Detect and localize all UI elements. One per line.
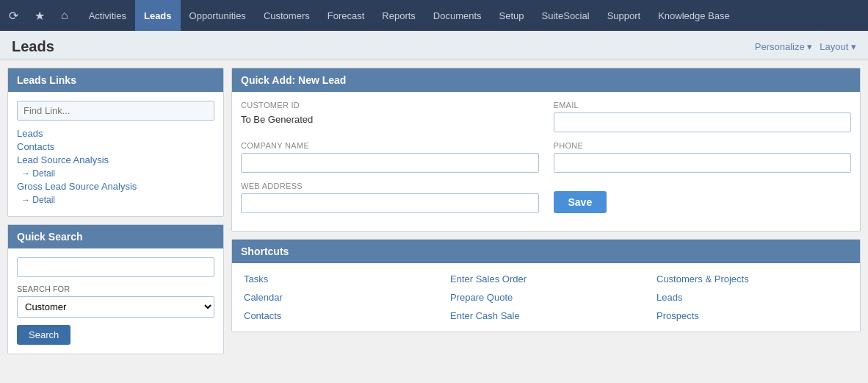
quick-add-panel-body: CUSTOMER ID To Be Generated EMAIL COMPAN… <box>232 92 860 231</box>
quick-add-panel: Quick Add: New Lead CUSTOMER ID To Be Ge… <box>231 68 861 232</box>
nav-item-opportunities[interactable]: Opportunities <box>181 0 255 31</box>
nav-item-customers[interactable]: Customers <box>255 0 319 31</box>
search-for-dropdown[interactable]: Customer Lead Contact Prospect <box>17 296 214 318</box>
page-header: Leads Personalize ▾ Layout ▾ <box>0 31 868 60</box>
gross-lead-source-detail-link[interactable]: → Detail <box>21 195 55 205</box>
company-name-group: COMPANY NAME <box>241 141 539 173</box>
quick-search-panel-header: Quick Search <box>8 225 223 248</box>
contacts-link[interactable]: Contacts <box>17 141 54 152</box>
web-address-input[interactable] <box>241 193 539 213</box>
save-group: Save <box>554 191 852 213</box>
customer-id-group: CUSTOMER ID To Be Generated <box>241 101 539 132</box>
form-row-3: WEB ADDRESS Save <box>241 182 851 213</box>
leads-link[interactable]: Leads <box>17 128 43 139</box>
leads-links-panel-body: Leads Contacts Lead Source Analysis → De… <box>8 92 223 216</box>
search-button[interactable]: Search <box>17 325 70 345</box>
phone-group: PHONE <box>554 141 852 173</box>
list-item: → Detail <box>17 194 214 205</box>
personalize-button[interactable]: Personalize ▾ <box>755 41 813 52</box>
nav-item-forecast[interactable]: Forecast <box>319 0 374 31</box>
quick-search-panel: Quick Search SEARCH FOR Customer Lead Co… <box>7 224 224 354</box>
nav-item-knowledge-base[interactable]: Knowledge Base <box>649 0 739 31</box>
shortcut-enter-cash-sale[interactable]: Enter Cash Sale <box>450 310 642 321</box>
customer-id-label: CUSTOMER ID <box>241 101 539 110</box>
nav-item-activities[interactable]: Activities <box>80 0 135 31</box>
header-actions: Personalize ▾ Layout ▾ <box>755 41 856 52</box>
shortcut-tasks[interactable]: Tasks <box>244 273 435 284</box>
list-item: Leads <box>17 128 214 139</box>
company-name-label: COMPANY NAME <box>241 141 539 150</box>
shortcuts-panel-header: Shortcuts <box>232 240 860 263</box>
shortcut-prospects[interactable]: Prospects <box>657 310 848 321</box>
shortcuts-panel: Shortcuts Tasks Enter Sales Order Custom… <box>231 239 861 332</box>
form-row-2: COMPANY NAME PHONE <box>241 141 851 173</box>
list-item: Lead Source Analysis <box>17 154 214 165</box>
company-name-input[interactable] <box>241 153 539 173</box>
customer-id-value: To Be Generated <box>241 112 539 126</box>
phone-input[interactable] <box>554 153 852 173</box>
email-label: EMAIL <box>554 101 852 110</box>
email-group: EMAIL <box>554 101 852 132</box>
nav-item-leads[interactable]: Leads <box>135 0 181 31</box>
history-icon[interactable]: ⟳ <box>4 6 23 26</box>
shortcut-contacts[interactable]: Contacts <box>244 310 435 321</box>
list-item: Gross Lead Source Analysis <box>17 181 214 192</box>
right-column: Quick Add: New Lead CUSTOMER ID To Be Ge… <box>231 68 861 332</box>
list-item: → Detail <box>17 168 214 179</box>
find-link-input[interactable] <box>17 101 214 121</box>
quick-add-panel-header: Quick Add: New Lead <box>232 68 860 92</box>
search-for-label: SEARCH FOR <box>17 284 214 293</box>
form-row-1: CUSTOMER ID To Be Generated EMAIL <box>241 101 851 132</box>
lead-source-analysis-link[interactable]: Lead Source Analysis <box>17 154 109 165</box>
email-input[interactable] <box>554 112 852 132</box>
phone-label: PHONE <box>554 141 852 150</box>
main-content: Leads Links Leads Contacts Lead Source A… <box>0 60 868 362</box>
shortcut-enter-sales-order[interactable]: Enter Sales Order <box>450 273 642 284</box>
quick-search-panel-body: SEARCH FOR Customer Lead Contact Prospec… <box>8 248 223 354</box>
gross-lead-source-analysis-link[interactable]: Gross Lead Source Analysis <box>17 181 137 192</box>
layout-button[interactable]: Layout ▾ <box>820 41 856 52</box>
top-navigation: ⟳ ★ ⌂ Activities Leads Opportunities Cus… <box>0 0 868 31</box>
leads-links-panel: Leads Links Leads Contacts Lead Source A… <box>7 68 224 217</box>
nav-item-reports[interactable]: Reports <box>373 0 424 31</box>
save-button[interactable]: Save <box>554 191 607 213</box>
nav-item-suitesocial[interactable]: SuiteSocial <box>533 0 598 31</box>
shortcut-prepare-quote[interactable]: Prepare Quote <box>450 292 642 303</box>
shortcuts-grid: Tasks Enter Sales Order Customers & Proj… <box>232 263 860 332</box>
web-address-group: WEB ADDRESS <box>241 182 539 213</box>
list-item: Contacts <box>17 141 214 152</box>
nav-item-support[interactable]: Support <box>598 0 650 31</box>
lead-source-detail-link[interactable]: → Detail <box>21 168 55 179</box>
web-address-label: WEB ADDRESS <box>241 182 539 190</box>
quick-search-input[interactable] <box>17 257 214 277</box>
nav-items-list: Activities Leads Opportunities Customers… <box>80 0 739 31</box>
nav-item-setup[interactable]: Setup <box>491 0 533 31</box>
leads-links-panel-header: Leads Links <box>8 68 223 92</box>
page-title: Leads <box>12 38 54 55</box>
nav-item-documents[interactable]: Documents <box>424 0 491 31</box>
links-list: Leads Contacts Lead Source Analysis → De… <box>17 128 214 205</box>
home-icon[interactable]: ⌂ <box>57 6 73 25</box>
favorites-icon[interactable]: ★ <box>30 6 49 26</box>
shortcut-calendar[interactable]: Calendar <box>244 292 435 303</box>
shortcut-customers-projects[interactable]: Customers & Projects <box>657 273 848 284</box>
left-column: Leads Links Leads Contacts Lead Source A… <box>7 68 224 354</box>
shortcut-leads[interactable]: Leads <box>657 292 848 303</box>
nav-icon-group: ⟳ ★ ⌂ <box>4 6 73 26</box>
